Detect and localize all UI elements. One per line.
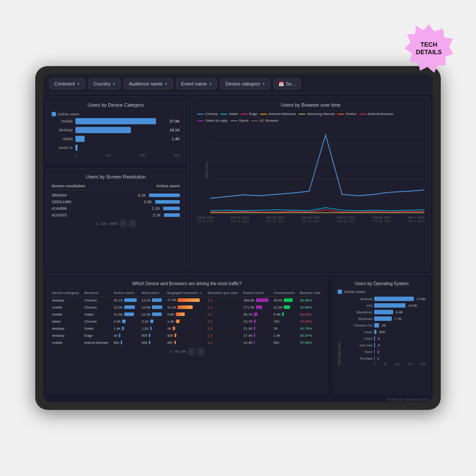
country-filter[interactable]: Country ▼ — [89, 78, 120, 89]
prev-page-btn[interactable]: ‹ — [120, 220, 126, 227]
col-device: Device category — [50, 290, 83, 297]
footer-credit: Template by: dataxreports.com — [43, 397, 433, 402]
device-bar-desktop: desktop 19.1K — [52, 127, 180, 133]
device-bar-smarttv: smart tv — [52, 145, 180, 151]
col-bounce: Bounce rate — [298, 290, 324, 297]
col-browser: Browser — [83, 290, 112, 297]
resolution-row-1: 390x844 4.1K — [52, 193, 180, 197]
resolution-table-header: Screen resolution Active users — [52, 184, 180, 190]
right-panel: Users by Browser over time Chrome Safari… — [189, 94, 433, 274]
x-axis-labels: Feb 6, 2024Feb 10, 2024Feb 14, 2024Feb 1… — [197, 216, 424, 219]
table-row: desktopChrome 16.1K 12.1K 17.2K 1.5 388.… — [50, 297, 324, 304]
browser-chart-title: Users by Browser over time — [197, 102, 424, 108]
resolution-pagination: 1 - 100 / 1065 ‹ › — [52, 220, 180, 227]
device-bar-mobile: mobile 27.9K — [52, 118, 180, 124]
device-legend-label: Active users — [58, 112, 79, 116]
resolution-row-4: 412x915 2.1K — [52, 213, 180, 217]
tablet-frame: Continent ▼ Country ▼ Audience name ▼ Ev… — [35, 66, 441, 410]
continent-filter[interactable]: Continent ▼ — [49, 78, 85, 89]
table-row: mobileChrome 13.3K 12.6K 11.2K 1.2 171.5… — [50, 304, 324, 311]
tech-badge: TECHDETAILS — [405, 24, 453, 73]
os-title: Users by Operating System — [338, 281, 426, 286]
os-legend-label: Active users — [344, 290, 365, 294]
browser-chart-area: Active users 5K 4K 3K — [210, 126, 424, 214]
table-row: desktopEdge 1K 905 926 1.4 17.4K 1.4K 34… — [50, 332, 324, 339]
left-panel: Users by Device Category Active users mo… — [43, 94, 189, 274]
device-chart-title: Users by Device Category — [52, 102, 180, 108]
browser-svg: 5K 4K 3K 2K 1K 0 — [210, 126, 424, 214]
traffic-card: Which Device and Browsers are driving th… — [46, 277, 328, 394]
device-category-card: Users by Device Category Active users mo… — [46, 97, 186, 163]
table-row: tabletChrome 3.2K 3.1K 1.4K 1.5 23.7K 79… — [50, 318, 324, 325]
table-row: desktopSafari 1.4K 1.2K 1K 1.3 21.2K 2K … — [50, 325, 324, 332]
device-bar-tablet: tablet 1.4K — [52, 136, 180, 142]
browser-chart-card: Users by Browser over time Chrome Safari… — [191, 97, 430, 271]
traffic-next-btn[interactable]: › — [197, 348, 204, 355]
event-filter[interactable]: Event name ▼ — [176, 78, 217, 89]
traffic-table: Device category Browser Active users New… — [50, 290, 324, 346]
traffic-pagination: 1 - 38 / 38 ‹ › — [50, 348, 324, 355]
next-page-btn[interactable]: › — [129, 220, 136, 227]
col-engaged: Engaged sessions ▼ — [165, 290, 205, 297]
audience-filter[interactable]: Audience name ▼ — [124, 78, 172, 89]
os-y-label: Operating system — [338, 297, 341, 366]
resolution-title: Users by Screen Resolution — [52, 174, 180, 179]
dashboard: Continent ▼ Country ▼ Audience name ▼ Ev… — [43, 74, 433, 402]
table-row: mobileSafari 12.3K 12.2K 5.8K 1.2 95.7K … — [50, 311, 324, 318]
date-filter[interactable]: 📅 Se... — [274, 78, 301, 89]
device-filter[interactable]: Device category ▼ — [220, 78, 270, 89]
badge-text: TECHDETAILS — [416, 41, 442, 56]
table-row: mobileAndroid Webview 991 928 697 1.1 10… — [50, 339, 324, 346]
col-active: Active users — [112, 290, 140, 297]
y-axis-label: Active users — [205, 162, 208, 178]
filters-bar: Continent ▼ Country ▼ Audience name ▼ Ev… — [43, 74, 433, 94]
resolution-card: Users by Screen Resolution Screen resolu… — [46, 168, 186, 271]
col-events: Event count — [242, 290, 271, 297]
bottom-panel: Which Device and Browsers are driving th… — [43, 274, 433, 397]
device-x-axis: 010K20K30K — [52, 153, 180, 157]
traffic-title: Which Device and Browsers are driving th… — [50, 281, 324, 286]
os-card: Users by Operating System Active users O… — [333, 277, 430, 394]
os-x-axis: 05K10K15K20K — [342, 363, 426, 366]
col-spu: Sessions per user — [206, 290, 242, 297]
browser-legend: Chrome Safari Edge Android Webview Samsu… — [197, 112, 424, 123]
col-new: New users — [140, 290, 165, 297]
resolution-row-3: 414x896 2.2K — [52, 206, 180, 211]
col-conv: Conversions — [272, 290, 298, 297]
resolution-row-2: 1920x1080 3.3K — [52, 200, 180, 204]
traffic-prev-btn[interactable]: ‹ — [188, 348, 195, 355]
